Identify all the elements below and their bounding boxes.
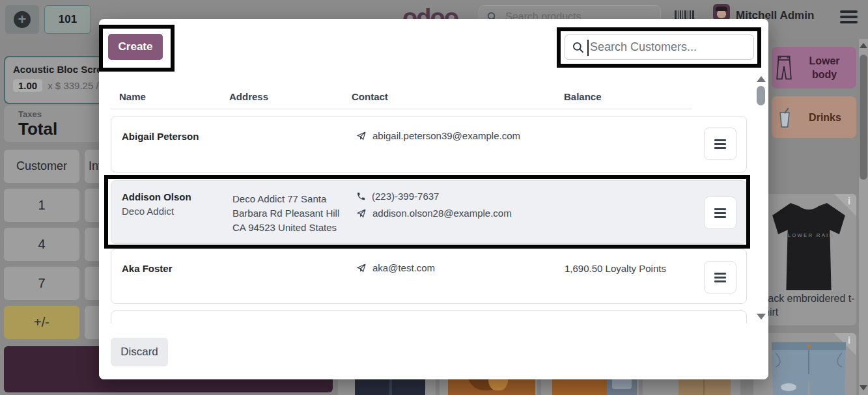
customer-email: abigail.peterson39@example.com xyxy=(356,130,520,141)
category-drinks[interactable]: Drinks xyxy=(772,96,856,138)
order-line-qty: 1.00 xyxy=(13,79,42,92)
drink-icon xyxy=(776,104,794,130)
customer-search-box[interactable] xyxy=(565,34,754,60)
customer-company: Deco Addict xyxy=(122,206,174,217)
numpad-key-4[interactable]: 4 xyxy=(4,228,79,261)
customer-name: Addison Olson xyxy=(122,191,191,202)
customer-email: aka@test.com xyxy=(356,262,435,273)
svg-text:FLOWER RAIN: FLOWER RAIN xyxy=(783,232,835,238)
customer-button[interactable]: Customer xyxy=(4,150,79,183)
hamburger-menu-icon[interactable] xyxy=(840,10,858,26)
phone-icon xyxy=(356,191,366,201)
category-lower-body-label: Lower body xyxy=(796,54,852,81)
scrollbar-thumb[interactable] xyxy=(860,55,867,180)
paper-plane-icon xyxy=(356,131,367,141)
column-header-address: Address xyxy=(229,91,268,102)
customer-row-addison-olson[interactable]: Addison Olson Deco Addict Deco Addict 77… xyxy=(111,180,747,244)
numpad-key-7[interactable]: 7 xyxy=(4,267,79,300)
new-order-button[interactable]: + xyxy=(5,5,39,34)
modal-scroll-up-icon[interactable] xyxy=(757,76,766,82)
category-lower-body[interactable]: Lower body xyxy=(772,47,856,89)
scroll-up-icon[interactable] xyxy=(860,43,867,48)
column-header-name: Name xyxy=(119,91,146,102)
column-header-contact: Contact xyxy=(352,91,388,102)
product-card-tshirt[interactable]: i FLOWER RAIN Black embroidered t-shirt xyxy=(753,194,856,325)
customer-row-abigail-peterson[interactable]: Abigail Peterson abigail.peterson39@exam… xyxy=(111,116,747,172)
category-drinks-label: Drinks xyxy=(798,111,852,124)
create-customer-button[interactable]: Create xyxy=(108,34,163,60)
discard-button[interactable]: Discard xyxy=(111,338,168,366)
row-menu-button[interactable] xyxy=(704,261,736,293)
pos-app: + 101 odoo Search products... Mitchell A… xyxy=(0,0,868,395)
paper-plane-icon xyxy=(356,263,367,273)
tshirt-image: FLOWER RAIN xyxy=(765,198,852,295)
modal-footer: Discard xyxy=(99,323,768,379)
row-menu-button[interactable] xyxy=(704,128,736,160)
row-menu-button[interactable] xyxy=(704,197,736,229)
product-card-jeans[interactable]: i xyxy=(753,333,856,395)
info-icon[interactable]: i xyxy=(848,196,850,206)
jeans-image xyxy=(766,338,851,395)
customer-search-input[interactable] xyxy=(590,35,751,59)
column-header-balance: Balance xyxy=(564,91,602,102)
customer-address: Deco Addict 77 Santa Barbara Rd Pleasant… xyxy=(232,192,339,235)
scroll-down-icon[interactable] xyxy=(860,385,867,390)
modal-scroll-down-icon[interactable] xyxy=(757,314,766,320)
product-grid-scrollbar[interactable] xyxy=(859,39,868,395)
customer-modal: Create Name Address Contact Balance Abig… xyxy=(99,19,768,379)
info-icon[interactable]: i xyxy=(848,335,850,346)
pants-icon xyxy=(776,54,792,81)
paper-plane-icon xyxy=(356,208,367,219)
text-cursor xyxy=(587,40,589,56)
customer-phone: (223)-399-7637 xyxy=(356,191,439,202)
search-icon xyxy=(572,41,585,54)
product-label: Black embroidered t-shirt xyxy=(759,292,856,319)
order-count-button[interactable]: 101 xyxy=(44,5,91,34)
customer-name: Aka Foster xyxy=(122,263,173,274)
header-divider xyxy=(111,109,692,109)
customer-row-aka-foster[interactable]: Aka Foster aka@test.com 1,690.50 Loyalty… xyxy=(111,249,747,304)
numpad-sign-button[interactable]: +/- xyxy=(4,306,79,339)
modal-scrollbar-thumb[interactable] xyxy=(757,86,765,105)
customer-name: Abigail Peterson xyxy=(122,131,199,142)
plus-icon: + xyxy=(14,11,31,28)
customer-balance: 1,690.50 Loyalty Points xyxy=(565,263,666,274)
numpad-key-1[interactable]: 1 xyxy=(4,189,79,222)
customer-email: addison.olson28@example.com xyxy=(356,208,512,219)
